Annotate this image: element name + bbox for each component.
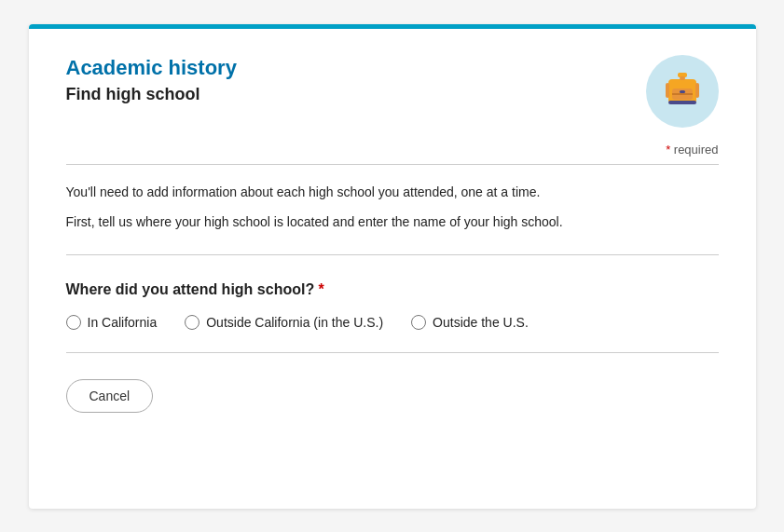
info-line2: First, tell us where your high school is… — [66, 211, 719, 232]
radio-in-california[interactable] — [66, 315, 81, 330]
radio-outside-california-label: Outside California (in the U.S.) — [206, 315, 383, 330]
radio-option-outside-us[interactable]: Outside the U.S. — [411, 315, 529, 330]
radio-option-california[interactable]: In California — [66, 315, 158, 330]
divider-bottom — [66, 352, 719, 353]
header-text: Academic history Find high school — [66, 55, 237, 105]
required-note: * required — [66, 143, 719, 157]
title-academic: Academic history — [66, 55, 237, 82]
radio-outside-us-label: Outside the U.S. — [433, 315, 529, 330]
svg-rect-7 — [695, 83, 699, 98]
divider-top — [66, 164, 719, 165]
question-label: Where did you attend high school? * — [66, 281, 719, 298]
title-sub: Find high school — [66, 85, 237, 104]
cancel-button[interactable]: Cancel — [66, 379, 154, 413]
info-line1: You'll need to add information about eac… — [66, 182, 719, 202]
backpack-svg — [661, 70, 704, 113]
radio-group: In California Outside California (in the… — [66, 315, 719, 330]
svg-rect-4 — [680, 76, 685, 80]
radio-california-label: In California — [88, 315, 158, 330]
radio-option-outside-california[interactable]: Outside California (in the U.S.) — [185, 315, 383, 330]
backpack-icon — [646, 55, 719, 128]
header-row: Academic history Find high school — [66, 55, 719, 128]
svg-rect-6 — [666, 83, 669, 98]
svg-rect-5 — [680, 90, 685, 93]
required-label: required — [670, 143, 718, 157]
main-card: Academic history Find high school — [29, 24, 756, 509]
svg-rect-8 — [668, 101, 696, 104]
radio-outside-us[interactable] — [411, 315, 426, 330]
divider-mid — [66, 254, 719, 255]
radio-outside-california[interactable] — [185, 315, 199, 330]
